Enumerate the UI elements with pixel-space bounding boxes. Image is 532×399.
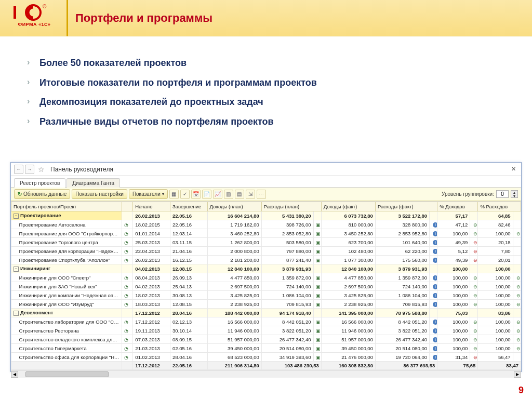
- row-icon: ▣: [316, 249, 322, 254]
- row-status-icon: ◔: [124, 249, 130, 254]
- table-row[interactable]: Инжиниринг для ЗАО "Новый век"◔04.02.201…: [11, 282, 521, 291]
- col-start[interactable]: Начало: [133, 202, 170, 211]
- row-icon: ▣: [316, 337, 322, 342]
- grouping-control: Уровень группировки: ▴▾: [442, 190, 518, 198]
- col-pct-expense[interactable]: % Расходов: [478, 202, 521, 211]
- toolbar-icon-1[interactable]: ▦: [169, 190, 179, 199]
- bullet-item: Различные виды отчетов по портфелям прое…: [25, 116, 420, 128]
- table-row[interactable]: Инжиниринг для ООО "Спектр"◔08.04.201326…: [11, 273, 521, 282]
- tabs: Реестр проектов Диаграмма Ганта: [11, 176, 521, 188]
- grouping-input[interactable]: [496, 190, 509, 198]
- refresh-label: Обновить данные: [23, 191, 66, 197]
- toolbar-icon-2[interactable]: ✓: [180, 190, 190, 199]
- info-icon[interactable]: i: [433, 240, 437, 245]
- info-icon[interactable]: i: [433, 284, 437, 289]
- footer-pd: 75,65: [437, 362, 478, 370]
- info-icon[interactable]: i: [433, 222, 437, 228]
- bullet-item: Декомпозиция показателей до проектных за…: [25, 96, 420, 108]
- row-status-icon: ◔: [124, 328, 130, 334]
- row-status-icon: ◔: [124, 284, 130, 289]
- info-icon[interactable]: i: [433, 249, 437, 254]
- scroll-thumb[interactable]: [25, 371, 109, 377]
- table-row[interactable]: Проектирование Автосалона◔18.02.201522.0…: [11, 220, 521, 229]
- col-end[interactable]: Завершение: [170, 202, 207, 211]
- tree-toggle-icon[interactable]: −: [14, 311, 19, 316]
- table-row[interactable]: Строительство Ресторана◔19.11.201330.10.…: [11, 326, 521, 335]
- nav-forward-button[interactable]: →: [25, 165, 34, 174]
- toolbar-icon-4[interactable]: 📄: [202, 190, 211, 199]
- table-row[interactable]: Проектирование для корпорации "Надежн…◔2…: [11, 247, 521, 256]
- table-row[interactable]: Проектирование для ООО "Стройкорпорац…◔0…: [11, 229, 521, 238]
- row-icon: ▣: [316, 240, 322, 245]
- col-icon[interactable]: [122, 202, 133, 211]
- toolbar-icon-calendar[interactable]: 📅: [191, 190, 201, 199]
- toolbar-icon-bars[interactable]: ▥: [224, 190, 233, 199]
- table-row[interactable]: Строительство Гипермаркета◔21.03.201302.…: [11, 344, 521, 353]
- row-icon: ▣: [316, 346, 322, 351]
- scroll-left-arrow[interactable]: ◀: [11, 371, 18, 378]
- table-row[interactable]: −Девелопмент17.12.201228.04.16188 442 00…: [11, 309, 521, 317]
- info-icon[interactable]: i: [433, 355, 437, 360]
- col-project[interactable]: Портфель проектов/Проект: [11, 202, 122, 211]
- row-icon: ▣: [316, 284, 322, 289]
- table-row[interactable]: −Инжиниринг04.02.201312.08.1512 840 100,…: [11, 264, 521, 273]
- col-income-fact[interactable]: Доходы (факт): [321, 202, 375, 211]
- slide-title-block: Портфели и программы: [66, 0, 212, 36]
- col-pct-income[interactable]: % Доходов: [437, 202, 478, 211]
- toolbar-icon-chart[interactable]: 📈: [213, 190, 222, 199]
- footer-start: 17.12.2012: [133, 362, 170, 370]
- page-number: 9: [518, 385, 524, 396]
- info-icon[interactable]: i: [433, 275, 437, 281]
- col-expense-plan[interactable]: Расходы (план): [261, 202, 321, 211]
- row-icon: ▣: [316, 355, 322, 360]
- footer-rp: 103 486 230,53: [261, 362, 321, 370]
- svg-text:®: ®: [43, 4, 47, 9]
- show-settings-button[interactable]: Показать настройки: [72, 189, 127, 199]
- table-row[interactable]: Инжиниринг для ООО "Изумруд"◔18.03.20131…: [11, 300, 521, 309]
- table-row[interactable]: Строительство лаборатории для ООО "Спе…◔…: [11, 317, 521, 326]
- footer-end: 22.05.16: [170, 362, 207, 370]
- indicators-button[interactable]: Показатели▾: [129, 189, 168, 199]
- col-income-plan[interactable]: Доходы (план): [207, 202, 261, 211]
- tab-project-registry[interactable]: Реестр проектов: [14, 178, 65, 188]
- toolbar-icon-9[interactable]: ⋯: [257, 190, 266, 199]
- info-icon[interactable]: i: [433, 258, 437, 263]
- bullet-item: Итоговые показатели по портфеля и програ…: [25, 77, 420, 89]
- tree-toggle-icon[interactable]: −: [14, 267, 19, 272]
- table-row[interactable]: Инжиниринг для компании "Надежная опо…◔1…: [11, 291, 521, 300]
- table-row[interactable]: Строительство офиса для корпорации "На…◔…: [11, 353, 521, 362]
- row-status-icon: ◔: [124, 355, 130, 360]
- close-icon[interactable]: ✕: [509, 166, 518, 172]
- favorite-star-icon[interactable]: ☆: [38, 165, 45, 174]
- row-status-icon: ◔: [124, 293, 130, 298]
- row-icon: ▣: [316, 275, 322, 281]
- info-icon[interactable]: i: [433, 293, 437, 298]
- tab-gantt[interactable]: Диаграмма Ганта: [66, 178, 120, 188]
- toolbar-icon-7[interactable]: ▤: [235, 190, 244, 199]
- horizontal-scrollbar[interactable]: ◀ ▶: [11, 370, 521, 378]
- window-title: Панель руководителя: [50, 166, 113, 173]
- tree-toggle-icon[interactable]: −: [14, 214, 19, 219]
- scroll-right-arrow[interactable]: ▶: [514, 371, 521, 378]
- info-icon[interactable]: i: [433, 320, 437, 325]
- info-icon[interactable]: i: [433, 231, 437, 236]
- col-expense-fact[interactable]: Расходы (факт): [375, 202, 437, 211]
- grouping-stepper[interactable]: ▴▾: [511, 190, 518, 198]
- table-row[interactable]: Проектирование Спортклуба "Аполлон"◔26.0…: [11, 256, 521, 264]
- indicators-label: Показатели: [132, 191, 161, 197]
- table-row[interactable]: −Проектирование26.02.201322.05.1616 604 …: [11, 211, 521, 220]
- slide-title: Портфели и программы: [75, 11, 212, 25]
- toolbar-icon-export[interactable]: ⇲: [246, 190, 255, 199]
- row-status-icon: ◔: [124, 231, 130, 236]
- info-icon[interactable]: i: [433, 337, 437, 342]
- refresh-button[interactable]: ↻Обновить данные: [14, 189, 70, 199]
- svg-rect-1: [14, 6, 16, 19]
- table-row[interactable]: Строительство складского комплекса для ……: [11, 335, 521, 344]
- nav-back-button[interactable]: ←: [14, 165, 23, 174]
- info-icon[interactable]: i: [433, 346, 437, 351]
- table-row[interactable]: Проектирование Торгового центра◔25.03.20…: [11, 238, 521, 247]
- info-icon[interactable]: i: [433, 302, 437, 307]
- row-icon: ▣: [316, 293, 322, 298]
- info-icon[interactable]: i: [433, 328, 437, 334]
- row-status-icon: ◔: [124, 275, 130, 281]
